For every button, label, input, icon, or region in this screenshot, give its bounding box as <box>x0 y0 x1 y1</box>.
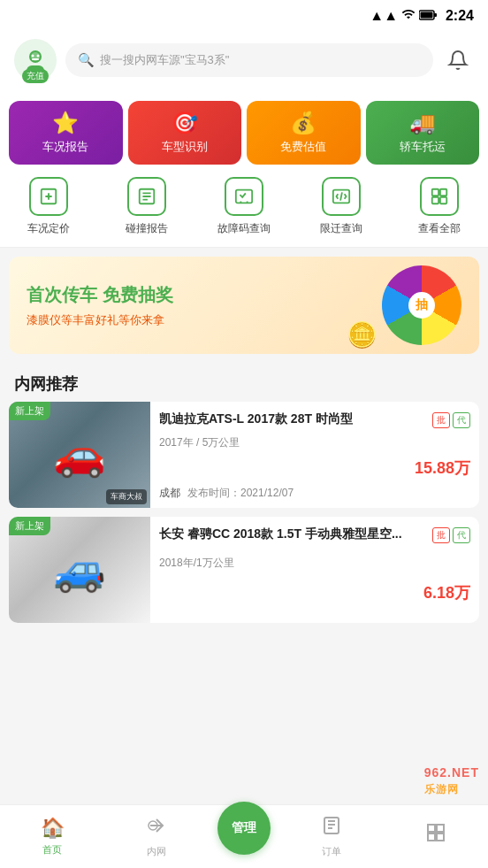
search-hint: 搜一搜内网车源"宝马3系" <box>100 52 229 68</box>
nav-home[interactable]: 🏠 首页 <box>0 805 104 868</box>
car-report-label: 车况报告 <box>42 139 88 155</box>
car-tag-pi-1: 批 <box>432 412 450 428</box>
svg-rect-20 <box>428 825 435 832</box>
svg-point-10 <box>47 195 50 198</box>
search-icon: 🔍 <box>78 52 95 68</box>
collision-report-label: 碰撞报告 <box>126 221 168 236</box>
svg-rect-15 <box>440 189 446 196</box>
card-car-report[interactable]: ⭐ 车况报告 <box>9 101 123 165</box>
more-icon <box>425 822 446 849</box>
svg-rect-1 <box>434 13 437 17</box>
car-tag-pi-2: 批 <box>432 527 450 543</box>
car-tag-dai-1: 代 <box>453 412 470 428</box>
car-pricing-icon <box>29 177 68 216</box>
avatar-wrap[interactable]: 充值 <box>14 39 57 81</box>
car-location-1: 成都 <box>159 486 180 501</box>
card-car-identify[interactable]: 🎯 车型识别 <box>128 101 242 165</box>
banner-title: 首次传车 免费抽奖 <box>27 283 173 307</box>
feature-grid: ⭐ 车况报告 🎯 车型识别 💰 免费估值 🚚 轿车托运 <box>0 92 488 170</box>
svg-rect-2 <box>420 12 432 19</box>
car-card-1[interactable]: 新上架 车商大叔 凯迪拉克ATS-L 2017款 28T 时尚型 批 代 201… <box>9 402 479 508</box>
nav-more[interactable] <box>384 805 488 868</box>
secondary-icons-row: 车况定价 碰撞报告 故障码查询 限迁查询 查看全部 <box>0 170 488 248</box>
nav-manage[interactable]: 管理 <box>209 805 279 868</box>
car-tag-dai-2: 代 <box>453 527 470 543</box>
svg-rect-8 <box>32 58 39 60</box>
fault-query-label: 故障码查询 <box>217 221 271 236</box>
svg-rect-21 <box>437 825 444 832</box>
car-title-row-1: 凯迪拉克ATS-L 2017款 28T 时尚型 批 代 <box>159 411 470 428</box>
car-transport-label: 轿车托运 <box>400 139 446 155</box>
new-badge-2: 新上架 <box>9 517 50 535</box>
collision-report-icon <box>127 177 166 216</box>
car-image-wrap-1: 新上架 车商大叔 <box>9 402 150 508</box>
svg-rect-14 <box>432 189 438 196</box>
free-estimate-icon: 💰 <box>290 111 316 135</box>
sec-item-fault-query[interactable]: 故障码查询 <box>195 177 293 236</box>
svg-point-7 <box>37 55 40 58</box>
car-info-2: 长安 睿骋CC 2018款 1.5T 手动典雅型星空... 批 代 2018年/… <box>150 517 479 623</box>
car-price-2: 6.18万 <box>159 582 470 603</box>
banner-subtitle: 漆膜仪等丰富好礼等你来拿 <box>27 312 173 328</box>
coin-icon: 🪙 <box>347 320 377 350</box>
car-report-icon: ⭐ <box>52 111 79 135</box>
home-icon: 🏠 <box>41 817 65 840</box>
wifi-icon <box>401 7 416 25</box>
car-publish-time-1: 发布时间：2021/12/07 <box>187 486 294 501</box>
transfer-query-icon <box>322 177 361 216</box>
nav-order[interactable]: 订单 <box>279 805 384 868</box>
view-all-icon <box>420 177 459 216</box>
car-list: 新上架 车商大叔 凯迪拉克ATS-L 2017款 28T 时尚型 批 代 201… <box>0 402 488 703</box>
sec-item-collision-report[interactable]: 碰撞报告 <box>97 177 194 236</box>
car-location-row-1: 成都 发布时间：2021/12/07 <box>159 486 470 501</box>
car-image-wrap-2: 新上架 <box>9 517 150 623</box>
nav-home-label: 首页 <box>42 843 62 856</box>
view-all-label: 查看全部 <box>418 221 461 236</box>
car-identify-icon: 🎯 <box>172 111 198 135</box>
search-bar[interactable]: 🔍 搜一搜内网车源"宝马3系" <box>65 43 433 77</box>
watermark: 962.NET 乐游网 <box>424 764 479 797</box>
bottom-nav: 🏠 首页 内网 管理 订单 <box>0 804 488 868</box>
svg-point-6 <box>32 55 34 58</box>
free-estimate-label: 免费估值 <box>280 139 326 155</box>
bell-icon[interactable] <box>442 44 474 76</box>
recommend-section-title: 内网推荐 <box>0 363 488 402</box>
car-tags-2: 批 代 <box>432 527 470 543</box>
svg-rect-22 <box>428 833 435 841</box>
svg-rect-17 <box>440 197 446 204</box>
promo-banner[interactable]: 首次传车 免费抽奖 漆膜仪等丰富好礼等你来拿 抽 🪙 <box>9 257 479 354</box>
car-title-2: 长安 睿骋CC 2018款 1.5T 手动典雅型星空... <box>159 526 429 543</box>
status-time: 2:24 <box>446 8 474 24</box>
status-icons: ▲▲ <box>370 7 437 25</box>
nav-order-label: 订单 <box>322 845 341 858</box>
new-badge-1: 新上架 <box>9 402 50 420</box>
banner-graphic: 抽 🪙 <box>347 261 461 350</box>
car-meta-2: 2018年/1万公里 <box>159 556 470 571</box>
status-bar: ▲▲ 2:24 <box>0 0 488 32</box>
signal-icon: ▲▲ <box>370 8 398 24</box>
car-info-1: 凯迪拉克ATS-L 2017款 28T 时尚型 批 代 2017年 / 5万公里… <box>150 402 479 508</box>
nav-inner-net[interactable]: 内网 <box>104 805 209 868</box>
spin-center-label: 抽 <box>408 292 435 319</box>
banner-text: 首次传车 免费抽奖 漆膜仪等丰富好礼等你来拿 <box>27 283 173 328</box>
car-meta-1: 2017年 / 5万公里 <box>159 435 470 450</box>
order-icon <box>321 815 342 841</box>
sec-item-view-all[interactable]: 查看全部 <box>391 177 488 236</box>
nav-inner-net-label: 内网 <box>147 845 166 858</box>
manage-button[interactable]: 管理 <box>217 802 271 855</box>
car-tags-1: 批 代 <box>432 412 470 428</box>
svg-rect-16 <box>432 197 438 204</box>
avatar-badge: 充值 <box>22 69 49 83</box>
car-card-2[interactable]: 新上架 长安 睿骋CC 2018款 1.5T 手动典雅型星空... 批 代 20… <box>9 517 479 623</box>
fault-query-icon <box>225 177 263 216</box>
card-free-estimate[interactable]: 💰 免费估值 <box>247 101 361 165</box>
car-price-1: 15.88万 <box>159 457 470 479</box>
sec-item-transfer-query[interactable]: 限迁查询 <box>293 177 390 236</box>
car-transport-icon: 🚚 <box>409 111 436 135</box>
car-identify-label: 车型识别 <box>162 139 208 155</box>
transfer-query-label: 限迁查询 <box>320 221 362 236</box>
battery-icon <box>419 8 437 24</box>
card-car-transport[interactable]: 🚚 轿车托运 <box>366 101 480 165</box>
car-pricing-label: 车况定价 <box>27 221 70 236</box>
sec-item-car-pricing[interactable]: 车况定价 <box>0 177 97 236</box>
